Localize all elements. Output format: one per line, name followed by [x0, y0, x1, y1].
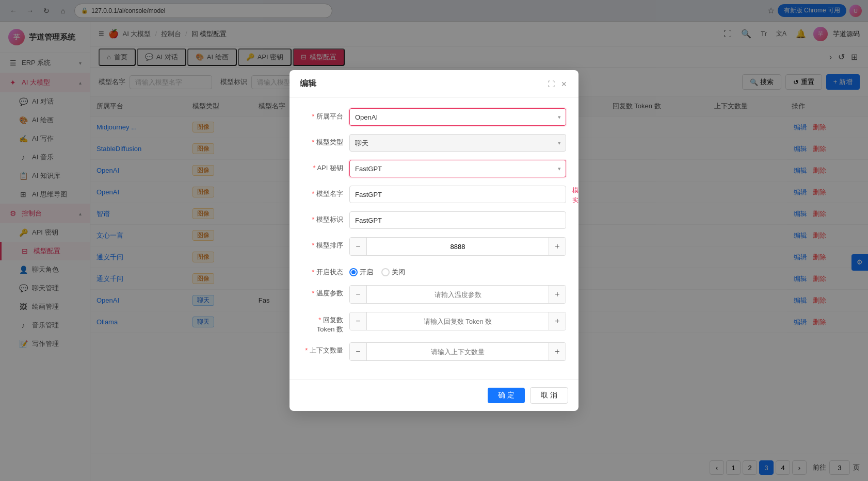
token-minus-button[interactable]: − [350, 312, 366, 330]
context-plus-button[interactable]: + [549, 343, 566, 360]
token-control: − + [349, 312, 566, 330]
dialog-footer: 确 定 取 消 [290, 379, 578, 411]
model-sort-label: 模型排序 [302, 237, 343, 250]
api-key-label: API 秘钥 [302, 160, 343, 173]
dialog-header-buttons: ⛶ ✕ [546, 79, 568, 89]
model-sort-plus-button[interactable]: + [549, 238, 566, 255]
model-type-select[interactable]: 聊天 图像 语音 [349, 134, 566, 152]
edit-dialog: 编辑 ⛶ ✕ 所属平台 OpenAI FastGPT Midjourney St… [290, 70, 578, 411]
dialog-header: 编辑 ⛶ ✕ [290, 70, 578, 98]
temp-label: 温度参数 [302, 285, 343, 298]
platform-select[interactable]: OpenAI FastGPT Midjourney StableDiffusio… [349, 108, 566, 126]
dialog-expand-button[interactable]: ⛶ [546, 79, 556, 89]
model-type-control: 聊天 图像 语音 ▾ [349, 134, 566, 152]
temp-control: − + [349, 285, 566, 304]
model-identifier-label: 模型标识 [302, 211, 343, 224]
model-sort-row: 模型排序 − + [302, 237, 566, 256]
model-name-field-label: 模型名字 [302, 186, 343, 198]
context-row: 上下文数量 − + [302, 342, 566, 361]
context-minus-button[interactable]: − [350, 343, 366, 360]
token-label: 回复数 Token 数 [302, 312, 343, 334]
model-sort-control: − + [349, 237, 566, 256]
model-name-control [349, 186, 566, 203]
model-type-row: 模型类型 聊天 图像 语音 ▾ [302, 134, 566, 152]
platform-row: 所属平台 OpenAI FastGPT Midjourney StableDif… [302, 108, 566, 126]
model-identifier-row: 模型标识 [302, 211, 566, 229]
api-key-control: FastGPT ▾ [349, 160, 566, 177]
token-plus-button[interactable]: + [549, 312, 566, 330]
model-name-tooltip: 模型名字、标识不重要，随便填写。 实际使用什么模型，是在 FastGPT 控制的 [572, 186, 578, 205]
status-row: 开启状态 开启 关闭 [302, 264, 566, 277]
context-control: − + [349, 342, 566, 361]
token-number-input: − + [349, 312, 566, 330]
status-on-radio[interactable]: 开启 [349, 268, 373, 277]
context-number-input: − + [349, 342, 566, 361]
dialog-title: 编辑 [300, 78, 316, 89]
model-name-field-input[interactable] [349, 186, 566, 203]
status-label: 开启状态 [302, 264, 343, 277]
status-off-radio-circle [381, 268, 390, 276]
temp-plus-button[interactable]: + [549, 286, 566, 303]
dialog-close-button[interactable]: ✕ [560, 79, 568, 89]
token-row: 回复数 Token 数 − + [302, 312, 566, 334]
api-key-row: API 秘钥 FastGPT ▾ [302, 160, 566, 177]
confirm-button[interactable]: 确 定 [488, 388, 525, 403]
api-key-select[interactable]: FastGPT [349, 160, 566, 177]
model-type-label: 模型类型 [302, 134, 343, 147]
status-radio-group: 开启 关闭 [349, 264, 566, 277]
dialog-overlay[interactable]: 编辑 ⛶ ✕ 所属平台 OpenAI FastGPT Midjourney St… [0, 0, 868, 481]
status-off-radio[interactable]: 关闭 [381, 268, 405, 277]
model-sort-input[interactable] [366, 238, 549, 255]
temp-row: 温度参数 − + [302, 285, 566, 304]
status-control: 开启 关闭 [349, 264, 566, 277]
model-sort-minus-button[interactable]: − [350, 238, 366, 255]
platform-control: OpenAI FastGPT Midjourney StableDiffusio… [349, 108, 566, 126]
model-name-row: 模型名字 模型名字、标识不重要，随便填写。 实际使用什么模型，是在 FastGP… [302, 186, 566, 203]
status-on-radio-circle [349, 268, 358, 276]
model-sort-number-input: − + [349, 237, 566, 256]
model-identifier-control [349, 211, 566, 229]
temp-input[interactable] [366, 286, 549, 303]
model-identifier-input[interactable] [349, 211, 566, 229]
dialog-body: 所属平台 OpenAI FastGPT Midjourney StableDif… [290, 98, 578, 379]
status-on-label: 开启 [360, 268, 373, 277]
status-off-label: 关闭 [392, 268, 405, 277]
cancel-button[interactable]: 取 消 [530, 387, 568, 404]
platform-label: 所属平台 [302, 108, 343, 121]
context-input[interactable] [366, 343, 549, 360]
context-label: 上下文数量 [302, 342, 343, 355]
temp-minus-button[interactable]: − [350, 286, 366, 303]
temp-number-input: − + [349, 285, 566, 304]
token-input[interactable] [366, 312, 549, 330]
